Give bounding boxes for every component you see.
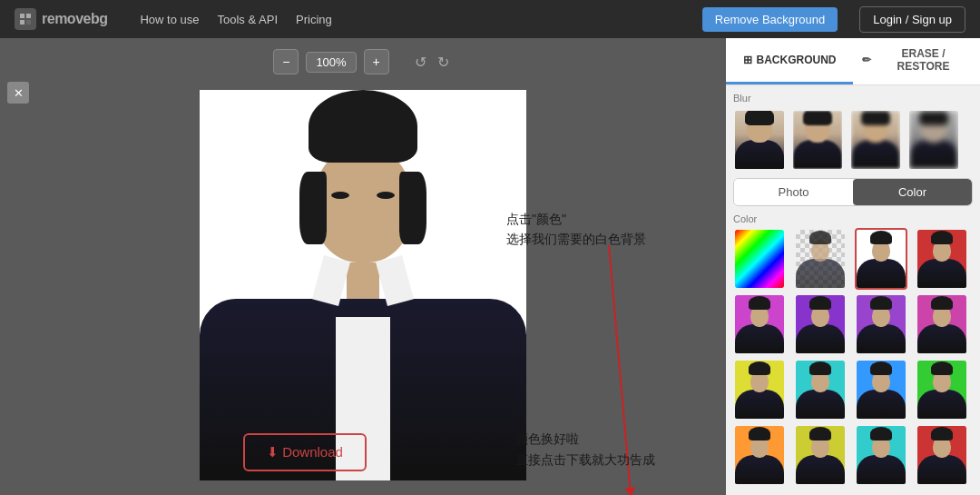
red-swatch[interactable]: [916, 228, 968, 290]
blur-thumb-3[interactable]: [907, 109, 960, 171]
zoom-display: 100%: [306, 52, 356, 73]
panel-content: Blur: [726, 85, 980, 495]
white-swatch[interactable]: [855, 228, 907, 290]
yellow-swatch[interactable]: [733, 359, 786, 421]
svg-rect-1: [26, 14, 31, 18]
svg-rect-3: [26, 20, 31, 25]
teal-swatch[interactable]: [855, 424, 907, 486]
photo-color-toggle: Photo Color: [733, 178, 973, 206]
arrow-head: [624, 487, 636, 495]
blur-thumb-0[interactable]: [733, 109, 786, 171]
tab-background[interactable]: ⊞ BACKGROUND: [726, 38, 853, 84]
editor-area: − 100% + ↺ ↻ ✕: [0, 38, 726, 495]
green-swatch[interactable]: [916, 359, 968, 421]
svg-rect-0: [20, 14, 24, 18]
blur-thumb-1[interactable]: [791, 109, 844, 171]
annotation-bottom: 颜色换好啦 直接点击下载就大功告成: [515, 429, 655, 470]
svg-rect-2: [20, 20, 24, 25]
close-button[interactable]: ✕: [7, 82, 29, 104]
download-button[interactable]: ⬇ Download: [243, 433, 367, 471]
undo-button[interactable]: ↺: [411, 52, 430, 73]
navbar: removebg How to use Tools & API Pricing …: [0, 0, 980, 38]
yellow2-swatch[interactable]: [794, 424, 847, 486]
login-signup-button[interactable]: Login / Sign up: [859, 6, 965, 33]
brush-icon: ✏: [862, 54, 871, 66]
image-frame: [200, 90, 526, 480]
logo: removebg: [15, 8, 107, 30]
nav-links: How to use Tools & API Pricing: [140, 13, 331, 26]
nav-pricing[interactable]: Pricing: [296, 13, 332, 26]
blue-swatch[interactable]: [855, 359, 907, 421]
panel-tabs: ⊞ BACKGROUND ✏ ERASE / RESTORE: [726, 38, 980, 85]
violet-swatch[interactable]: [855, 293, 907, 355]
canvas-wrapper: ✕: [7, 82, 719, 488]
color-label: Color: [733, 213, 973, 224]
dark-purple-swatch[interactable]: [794, 293, 847, 355]
right-panel: ⊞ BACKGROUND ✏ ERASE / RESTORE Blur: [726, 38, 980, 495]
zoom-in-button[interactable]: +: [364, 49, 389, 74]
download-wrapper: ⬇ Download: [243, 433, 367, 471]
main-content: − 100% + ↺ ↻ ✕: [0, 38, 980, 495]
red2-swatch[interactable]: [916, 424, 968, 486]
orange-swatch[interactable]: [733, 424, 786, 486]
editor-toolbar: − 100% + ↺ ↻: [7, 45, 719, 82]
blur-thumb-2[interactable]: [849, 109, 902, 171]
layers-icon: ⊞: [743, 54, 752, 66]
nav-how-to-use[interactable]: How to use: [140, 13, 199, 26]
redo-button[interactable]: ↻: [434, 52, 453, 73]
transparent-swatch[interactable]: [794, 228, 847, 290]
blur-label: Blur: [733, 93, 973, 104]
color-grid: [733, 228, 973, 486]
remove-background-button[interactable]: Remove Background: [702, 7, 838, 32]
pink-swatch[interactable]: [916, 293, 968, 355]
annotation-top: 点击"颜色" 选择我们需要的白色背景: [506, 209, 646, 250]
logo-text: removebg: [42, 11, 107, 27]
zoom-out-button[interactable]: −: [273, 49, 299, 74]
toggle-photo-button[interactable]: Photo: [734, 179, 853, 205]
undo-redo-group: ↺ ↻: [411, 52, 453, 73]
portrait-image: [200, 90, 526, 480]
blur-thumbs-row: [733, 109, 973, 171]
purple-swatch[interactable]: [733, 293, 786, 355]
tab-erase-restore[interactable]: ✏ ERASE / RESTORE: [853, 38, 980, 84]
toggle-color-button[interactable]: Color: [853, 179, 972, 205]
logo-icon: [15, 8, 36, 30]
cyan-swatch[interactable]: [794, 359, 847, 421]
nav-tools-api[interactable]: Tools & API: [218, 13, 278, 26]
color-picker-swatch[interactable]: [733, 228, 786, 290]
